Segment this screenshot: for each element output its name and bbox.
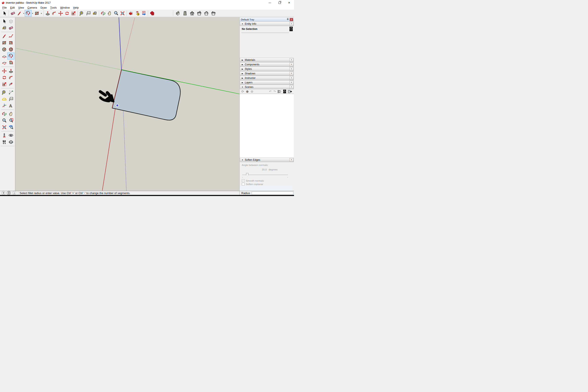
- add-scene-button[interactable]: ⊕: [246, 90, 249, 93]
- arc-tool-button[interactable]: [1, 53, 8, 59]
- pushpull-tool-button[interactable]: [8, 68, 14, 74]
- expand-arrow-icon[interactable]: ▶: [240, 82, 245, 84]
- arc2-tool-button[interactable]: [8, 53, 14, 59]
- geolocation-button[interactable]: [2, 191, 5, 195]
- minimize-button[interactable]: —: [265, 0, 275, 6]
- section-close-button[interactable]: ×: [290, 58, 293, 62]
- soften-coplanar-checkbox[interactable]: [242, 183, 244, 186]
- followme-tool-button[interactable]: [51, 10, 58, 16]
- rotate-tool-button[interactable]: [64, 10, 70, 16]
- radius-input[interactable]: [252, 192, 293, 195]
- select-tool-button[interactable]: [1, 10, 8, 16]
- house_top-tool-button[interactable]: [182, 10, 188, 16]
- angle-slider-thumb[interactable]: [246, 173, 248, 176]
- tape-tool-button[interactable]: [79, 10, 85, 16]
- collapse-arrow-icon[interactable]: ▼: [240, 159, 245, 161]
- freehand-tool-button[interactable]: [8, 33, 14, 39]
- whsharecomp-tool-button[interactable]: [140, 10, 147, 16]
- pan-tool-button[interactable]: [8, 110, 14, 117]
- house_left-tool-button[interactable]: [210, 10, 217, 16]
- entity-details-toggle[interactable]: ▼ +: [290, 27, 293, 32]
- section-shadows[interactable]: ▶Shadows×: [240, 71, 294, 76]
- move-scene-up-button[interactable]: ↷: [273, 90, 276, 93]
- arc3-tool-button[interactable]: [1, 59, 8, 66]
- section-close-button[interactable]: ×: [290, 72, 293, 75]
- angle-slider-track[interactable]: [242, 175, 288, 175]
- section-close-button[interactable]: ×: [290, 76, 293, 80]
- menu-edit[interactable]: Edit: [8, 6, 16, 10]
- followme-tool-button[interactable]: [8, 74, 14, 81]
- arc2-tool-button[interactable]: [25, 10, 32, 16]
- paint-tool-button[interactable]: [92, 10, 98, 16]
- face[interactable]: [112, 70, 180, 120]
- section-styles[interactable]: ▶Styles×: [240, 67, 294, 71]
- section-instructor[interactable]: ▶Instructor×: [240, 76, 294, 80]
- house_iso-tool-button[interactable]: [174, 10, 182, 16]
- section-close-button[interactable]: ×: [290, 67, 293, 71]
- paint-tool-button[interactable]: [1, 24, 8, 31]
- move-tool-button[interactable]: [1, 68, 8, 74]
- arc2-dropdown[interactable]: ▼: [32, 10, 34, 16]
- help-button[interactable]: [7, 191, 11, 195]
- axes-tool-button[interactable]: [1, 102, 8, 109]
- tape-tool-button[interactable]: [1, 89, 8, 96]
- circle-tool-button[interactable]: [1, 46, 8, 53]
- close-button[interactable]: ×: [284, 0, 294, 6]
- expand-arrow-icon[interactable]: ▶: [240, 73, 245, 74]
- line-tool-button[interactable]: [16, 10, 22, 16]
- rotrect-tool-button[interactable]: [8, 39, 14, 46]
- dimension-tool-button[interactable]: 3: [8, 89, 14, 96]
- section-close-button[interactable]: ×: [290, 63, 293, 66]
- menu-window[interactable]: Window: [58, 6, 71, 10]
- section-tool-button[interactable]: CA-B: [8, 138, 14, 145]
- scale-tool-button[interactable]: [1, 81, 8, 88]
- pie-tool-button[interactable]: [8, 59, 14, 66]
- scenes-list[interactable]: [240, 94, 294, 158]
- section-close-button[interactable]: ×: [290, 81, 293, 84]
- collapse-arrow-icon[interactable]: ▼: [240, 86, 245, 88]
- scale-tool-button[interactable]: [70, 10, 77, 16]
- expand-arrow-icon[interactable]: ▶: [240, 68, 245, 70]
- walk-tool-button[interactable]: [1, 138, 8, 145]
- house_right-tool-button[interactable]: [196, 10, 203, 16]
- orbit-tool-button[interactable]: [1, 110, 8, 117]
- menu-file[interactable]: File: [1, 6, 8, 10]
- pan-tool-button[interactable]: [106, 10, 113, 16]
- remove-scene-button[interactable]: ⊖: [250, 90, 254, 93]
- component-tool-button[interactable]: [8, 18, 14, 24]
- polygon-tool-button[interactable]: [8, 46, 14, 53]
- section-layers[interactable]: ▶Layers×: [240, 80, 294, 85]
- text-tool-button[interactable]: A1: [85, 10, 92, 16]
- whshare-tool-button[interactable]: [134, 10, 140, 16]
- poscamera-tool-button[interactable]: [1, 132, 8, 138]
- move-tool-button[interactable]: [58, 10, 64, 16]
- pushpull-tool-button[interactable]: [44, 10, 51, 16]
- menu-camera[interactable]: Camera: [26, 6, 39, 10]
- zoomext-tool-button[interactable]: [119, 10, 126, 16]
- rotate-tool-button[interactable]: [1, 74, 8, 81]
- eraser-tool-button[interactable]: pink: [10, 10, 16, 16]
- ruby-tool-button[interactable]: [149, 10, 156, 16]
- restore-button[interactable]: [275, 0, 284, 6]
- rect-dropdown[interactable]: ▼: [40, 10, 42, 16]
- rect-tool-button[interactable]: [1, 39, 8, 46]
- protractor-tool-button[interactable]: [1, 96, 8, 102]
- section-components[interactable]: ▶Components×: [240, 62, 294, 66]
- menu-tools[interactable]: Tools: [48, 6, 58, 10]
- smooth-normals-checkbox[interactable]: ✓: [242, 179, 244, 182]
- tray-close-button[interactable]: x: [290, 18, 293, 21]
- zoomwindow-tool-button[interactable]: [8, 117, 14, 124]
- line-tool-button[interactable]: [1, 33, 8, 39]
- select-tool-button[interactable]: [1, 18, 8, 24]
- offset-tool-button[interactable]: [8, 81, 14, 88]
- orbit-tool-button[interactable]: [100, 10, 106, 16]
- zoomext-tool-button[interactable]: [1, 124, 8, 130]
- sign-in-button[interactable]: [12, 191, 16, 195]
- menu-help[interactable]: Help: [72, 6, 80, 10]
- show-details-button[interactable]: [288, 90, 292, 93]
- section-entity-info[interactable]: ▼ Entity Info ×: [240, 22, 294, 26]
- zoom-tool-button[interactable]: [113, 10, 119, 16]
- house_front-tool-button[interactable]: [188, 10, 196, 16]
- text-tool-button[interactable]: A1: [8, 96, 14, 102]
- section-soften-edges[interactable]: ▼ Soften Edges ×: [240, 158, 294, 162]
